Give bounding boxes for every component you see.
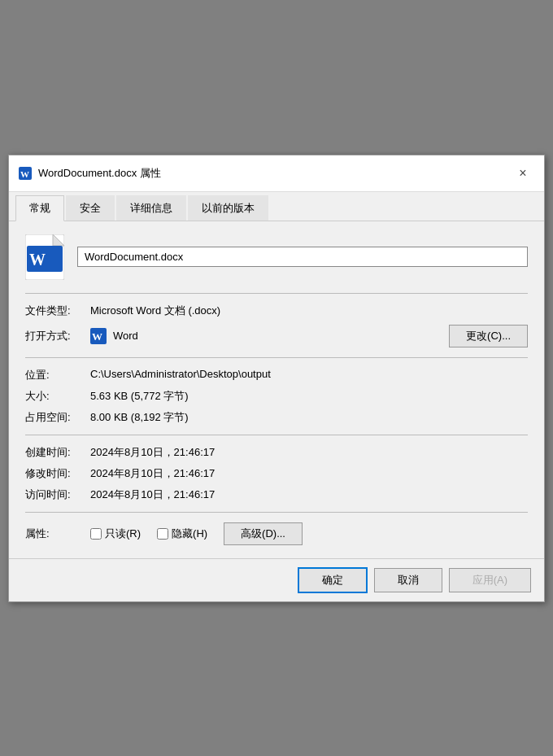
modified-value: 2024年8月10日，21:46:17 [90,466,528,481]
created-value: 2024年8月10日，21:46:17 [90,445,528,460]
properties-dialog: W WordDocument.docx 属性 × 常规 安全 详细信息 以前的版… [8,155,545,602]
readonly-checkbox-item[interactable]: 只读(R) [90,527,141,541]
open-with-row: 打开方式: W Word 更改(C)... [25,325,528,347]
file-type-value: Microsoft Word 文档 (.docx) [90,304,528,318]
modified-label: 修改时间: [25,466,90,481]
tab-previous-versions[interactable]: 以前的版本 [188,195,268,221]
disk-size-label: 占用空间: [25,410,90,425]
divider-4 [25,512,528,513]
hidden-label: 隐藏(H) [172,527,207,541]
ok-button[interactable]: 确定 [298,567,368,593]
word-app-icon: W [90,328,107,344]
file-type-label: 文件类型: [25,304,90,318]
divider-3 [25,435,528,435]
readonly-label: 只读(R) [105,527,141,541]
hidden-checkbox[interactable] [157,528,168,540]
attributes-row: 属性: 只读(R) 隐藏(H) 高级(D)... [25,522,528,545]
location-row: 位置: C:\Users\Administrator\Desktop\outpu… [25,368,528,382]
accessed-value: 2024年8月10日，21:46:17 [90,487,528,502]
disk-size-row: 占用空间: 8.00 KB (8,192 字节) [25,410,528,425]
title-bar-icon: W [19,167,32,180]
open-with-app: W Word 更改(C)... [90,325,528,347]
change-button[interactable]: 更改(C)... [449,325,528,347]
tab-security[interactable]: 安全 [66,195,115,221]
location-value: C:\Users\Administrator\Desktop\output [90,368,528,380]
hidden-checkbox-item[interactable]: 隐藏(H) [157,527,207,541]
tab-content: W 文件类型: Microsoft Word 文档 (.docx) 打开方式: … [9,221,544,558]
modified-row: 修改时间: 2024年8月10日，21:46:17 [25,466,528,481]
cancel-button[interactable]: 取消 [374,568,442,592]
apply-button[interactable]: 应用(A) [449,568,531,592]
svg-text:W: W [92,330,102,343]
created-row: 创建时间: 2024年8月10日，21:46:17 [25,445,528,460]
readonly-checkbox[interactable] [90,528,102,540]
accessed-label: 访问时间: [25,487,90,502]
close-button[interactable]: × [512,162,534,185]
file-header: W [25,234,528,280]
size-label: 大小: [25,389,90,404]
title-bar: W WordDocument.docx 属性 × [9,155,544,192]
size-value: 5.63 KB (5,772 字节) [90,389,528,404]
file-icon: W [25,234,64,280]
checkbox-group: 只读(R) 隐藏(H) 高级(D)... [90,522,528,545]
disk-size-value: 8.00 KB (8,192 字节) [90,410,528,425]
footer: 确定 取消 应用(A) [9,558,544,601]
file-type-row: 文件类型: Microsoft Word 文档 (.docx) [25,304,528,318]
file-name-input[interactable] [77,247,528,267]
location-label: 位置: [25,368,90,382]
size-row: 大小: 5.63 KB (5,772 字节) [25,389,528,404]
open-with-label: 打开方式: [25,329,90,343]
open-with-app-name: Word [113,330,449,342]
created-label: 创建时间: [25,445,90,460]
attributes-label: 属性: [25,527,90,541]
tab-details[interactable]: 详细信息 [116,195,186,221]
svg-text:W: W [20,169,29,179]
accessed-row: 访问时间: 2024年8月10日，21:46:17 [25,487,528,502]
svg-text:W: W [29,251,46,269]
tab-general[interactable]: 常规 [15,195,64,221]
tab-bar: 常规 安全 详细信息 以前的版本 [9,192,544,221]
advanced-button[interactable]: 高级(D)... [224,522,303,545]
divider-2 [25,357,528,358]
dialog-title: WordDocument.docx 属性 [38,166,512,181]
divider-1 [25,293,528,294]
